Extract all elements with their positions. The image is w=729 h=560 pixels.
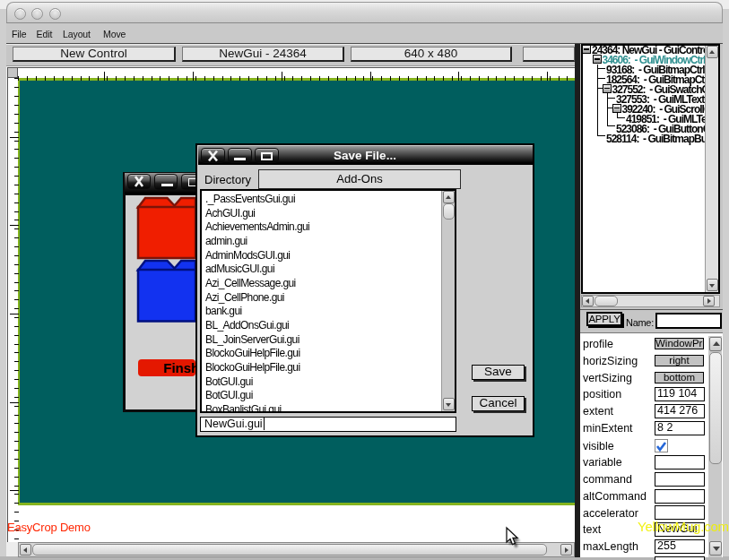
svg-text:Finsh: Finsh xyxy=(163,360,195,375)
